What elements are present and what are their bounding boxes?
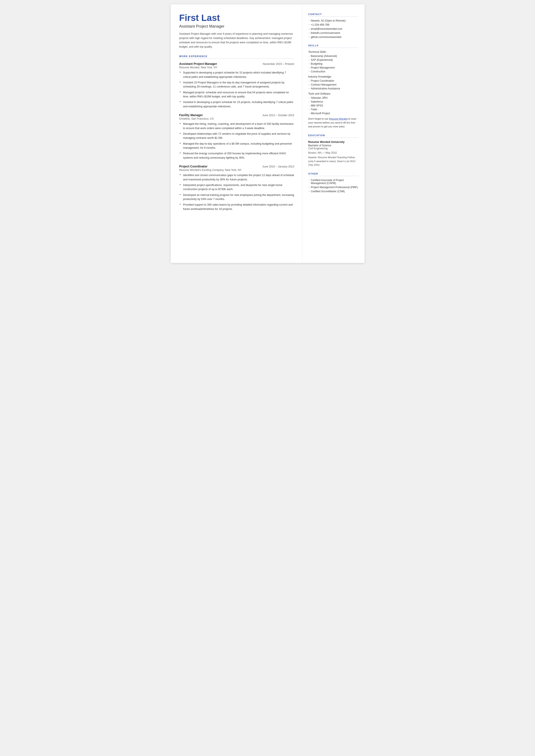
education-section: EDUCATION Resume Worded University Bache… — [308, 134, 358, 167]
job-bullets: Managed the hiring, training, coaching, … — [179, 122, 294, 160]
list-item: Construction — [308, 70, 358, 73]
resume-page: First Last Assistant Project Manager Ass… — [171, 4, 365, 263]
job-block: Facility ManagerJune 2013 – October 2015… — [179, 113, 294, 160]
list-item: Microsoft Project — [308, 112, 358, 115]
list-item: IBM SPSS — [308, 104, 358, 107]
other-section: OTHER Certified Associate of Project Man… — [308, 172, 358, 193]
other-list: Certified Associate of Project Managemen… — [308, 179, 358, 193]
job-bullets: Identified and closed communication gaps… — [179, 173, 294, 211]
list-item: Contract Management — [308, 83, 358, 86]
skills-section: SKILLS Technical Skills: Basecamp (Advan… — [308, 44, 358, 128]
job-dates: June 2013 – October 2015 — [262, 114, 294, 117]
technical-skills-list: Basecamp (Advanced)SAP (Experienced)Budg… — [308, 55, 358, 73]
job-dates: November 2015 – Present — [263, 63, 294, 66]
skills-label: SKILLS — [308, 44, 358, 48]
list-item: Certified ScrumMaster (CSM). — [308, 190, 358, 193]
resume-worded-link[interactable]: Resume Worded — [329, 118, 348, 120]
job-title: Project Coordinator — [179, 165, 208, 168]
list-item: Developed an internal training program f… — [179, 193, 294, 202]
contact-section: CONTACT Newark, NJ (Open to Remote)+1-23… — [308, 13, 358, 39]
list-item: Salesforce — [308, 100, 358, 103]
list-item: Provided support to 300 sales teams by p… — [179, 203, 294, 211]
list-item: Atlassian JIRA — [308, 96, 358, 99]
job-title: Assistant Project Manager — [179, 62, 217, 66]
list-item: email@resumeworded.com — [308, 27, 358, 30]
contact-list: Newark, NJ (Open to Remote)+1-234-456-78… — [308, 19, 358, 39]
job-company: Resume Worded's Exciting Company, New Yo… — [179, 169, 294, 172]
edu-location-date: Boston, MA — May 2010 — [308, 151, 358, 154]
list-item: Identified and closed communication gaps… — [179, 173, 294, 182]
edu-awards: Awards: Resume Worded Teaching Fellow (o… — [308, 155, 358, 167]
candidate-title: Assistant Project Manager — [179, 24, 294, 29]
list-item: SAP (Experienced) — [308, 58, 358, 61]
list-item: Managed the day-to-day operations of a $… — [179, 142, 294, 150]
job-company: Growthsi, San Francisco, CA — [179, 117, 294, 120]
jobs-container: Assistant Project ManagerNovember 2015 –… — [179, 62, 294, 211]
edu-school: Resume Worded University — [308, 140, 358, 144]
left-column: First Last Assistant Project Manager Ass… — [171, 4, 302, 263]
education-label: EDUCATION — [308, 134, 358, 138]
edu-field: Civil Engineering — [308, 147, 358, 150]
list-item: github.com/resumeworded — [308, 36, 358, 39]
list-item: Assisted 10 Project Managers in the day-… — [179, 81, 294, 89]
contact-label: CONTACT — [308, 13, 358, 16]
list-item: Newark, NJ (Open to Remote) — [308, 19, 358, 22]
tools-skills-list: Atlassian JIRASalesforceIBM SPSSTrelloMi… — [308, 96, 358, 115]
list-item: linkedin.com/in/username — [308, 32, 358, 35]
work-experience-label: WORK EXPERIENCE — [179, 55, 294, 59]
candidate-summary: Assistant Project Manager with over 9 ye… — [179, 32, 294, 49]
list-item: Project Management Professional (PMP). — [308, 186, 358, 189]
tools-label: Tools and Software: — [308, 92, 358, 95]
job-header: Assistant Project ManagerNovember 2015 –… — [179, 62, 294, 66]
other-label: OTHER — [308, 172, 358, 176]
promo-text: Don't forget to use Resume Worded to sca… — [308, 117, 358, 128]
industry-skills-list: Project CoordinationContract ManagementA… — [308, 79, 358, 90]
list-item: Project Management — [308, 66, 358, 69]
list-item: Supported in developing a project schedu… — [179, 71, 294, 79]
job-company: Resume Worded, New York, NY — [179, 66, 294, 69]
technical-skills-label: Technical Skills: — [308, 50, 358, 53]
right-column: CONTACT Newark, NJ (Open to Remote)+1-23… — [302, 4, 365, 263]
edu-degree: Bachelor of Science — [308, 144, 358, 147]
job-header: Facility ManagerJune 2013 – October 2015 — [179, 113, 294, 117]
list-item: Managed the hiring, training, coaching, … — [179, 122, 294, 130]
list-item: Trello — [308, 108, 358, 111]
promo-before: Don't forget to use — [308, 118, 329, 120]
list-item: Assisted in developing a project schedul… — [179, 100, 294, 109]
list-item: Developed relationships with 72 vendors … — [179, 132, 294, 140]
list-item: Certified Associate of Project Managemen… — [308, 179, 358, 185]
job-block: Project CoordinatorJune 2010 – January 2… — [179, 165, 294, 211]
list-item: Administrative Assistance — [308, 87, 358, 90]
list-item: Budgeting — [308, 62, 358, 65]
list-item: Managed projects' schedule and resources… — [179, 91, 294, 99]
job-block: Assistant Project ManagerNovember 2015 –… — [179, 62, 294, 109]
candidate-name: First Last — [179, 13, 294, 23]
job-header: Project CoordinatorJune 2010 – January 2… — [179, 165, 294, 168]
job-dates: June 2010 – January 2013 — [262, 165, 294, 168]
list-item: Project Coordination — [308, 79, 358, 82]
industry-label: Industry Knowledge: — [308, 75, 358, 78]
list-item: Basecamp (Advanced) — [308, 55, 358, 58]
job-bullets: Supported in developing a project schedu… — [179, 71, 294, 109]
list-item: Interpreted project specifications, requ… — [179, 183, 294, 192]
list-item: Reduced the energy consumption of 200 ho… — [179, 152, 294, 160]
job-title: Facility Manager — [179, 113, 203, 117]
list-item: +1-234-456-789 — [308, 23, 358, 26]
